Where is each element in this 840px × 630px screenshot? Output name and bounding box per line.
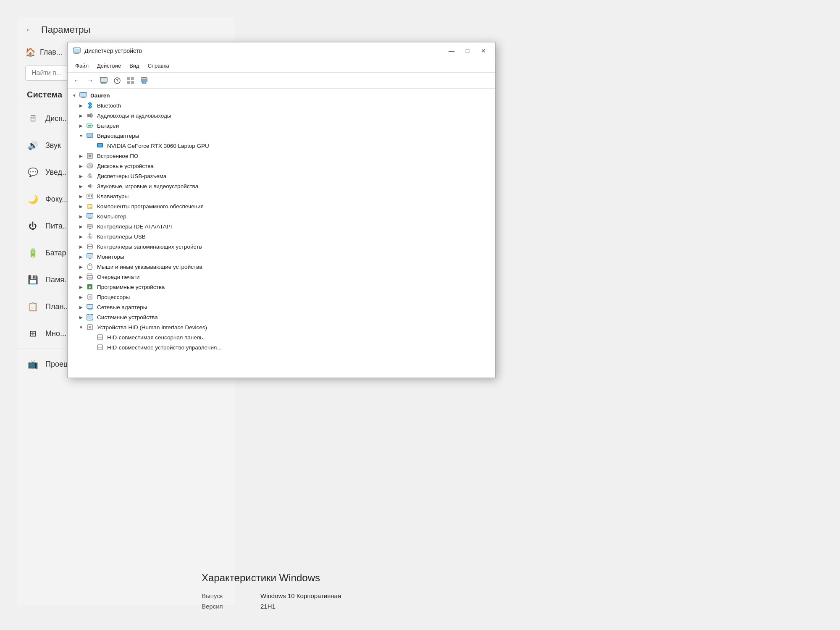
- sound-icon: 🔊: [27, 139, 39, 151]
- toolbar-btn-1[interactable]: [98, 75, 110, 86]
- devmgr-menubar: Файл Действие Вид Справка: [68, 59, 495, 73]
- ide-expander[interactable]: ▶: [78, 223, 84, 230]
- tree-ide[interactable]: ▶ Контроллеры IDE ATA/ATAPI: [68, 221, 495, 231]
- tree-prog[interactable]: ▶ P Программные устройства: [68, 282, 495, 292]
- minimize-button[interactable]: —: [445, 46, 458, 56]
- tree-system[interactable]: ▶ Системные устройства: [68, 312, 495, 322]
- cpu-expander[interactable]: ▶: [78, 294, 84, 300]
- network-expander[interactable]: ▶: [78, 304, 84, 310]
- sound-device-icon: [86, 182, 94, 190]
- power-icon: ⏻: [27, 220, 39, 232]
- devmgr-tree[interactable]: ▼ Dauren ▶ Bluetooth ▶: [68, 89, 495, 378]
- tree-usb-ctrl[interactable]: ▶ Диспетчеры USB-разъема: [68, 171, 495, 181]
- svg-text:?: ?: [116, 79, 118, 83]
- focus-icon: 🌙: [27, 193, 39, 205]
- close-button[interactable]: ✕: [477, 46, 490, 56]
- tree-software[interactable]: ▶ Компоненты программного обеспечения: [68, 201, 495, 211]
- tree-mouse[interactable]: ▶ Мыши и иные указывающие устройства: [68, 262, 495, 272]
- tree-sound[interactable]: ▶ Звуковые, игровые и видеоустройства: [68, 181, 495, 191]
- toolbar-back[interactable]: ←: [71, 75, 83, 86]
- tree-root-node[interactable]: ▼ Dauren: [68, 90, 495, 100]
- svg-rect-54: [87, 214, 93, 218]
- tree-video[interactable]: ▼ Видеоадаптеры: [68, 131, 495, 141]
- svg-point-39: [88, 176, 89, 177]
- root-expander[interactable]: ▼: [71, 92, 78, 99]
- hid-expander[interactable]: ▼: [78, 324, 84, 331]
- disk-label: Дисковые устройства: [97, 163, 154, 169]
- keyboard-expander[interactable]: ▶: [78, 193, 84, 200]
- hid-control-icon: [96, 344, 104, 351]
- tree-audio[interactable]: ▶ Аудиовходы и аудиовыходы: [68, 110, 495, 121]
- menu-help[interactable]: Справка: [144, 61, 173, 70]
- computer-expander[interactable]: ▶: [78, 213, 84, 220]
- video-expander[interactable]: ▼: [78, 132, 84, 139]
- tree-bluetooth[interactable]: ▶ Bluetooth: [68, 100, 495, 110]
- tree-firmware[interactable]: ▶ Встроенное ПО: [68, 151, 495, 161]
- usb-ctrl-expander[interactable]: ▶: [78, 173, 84, 179]
- svg-rect-56: [88, 218, 92, 219]
- monitor-expander[interactable]: ▶: [78, 253, 84, 260]
- prog-expander[interactable]: ▶: [78, 284, 84, 290]
- svg-point-60: [88, 236, 89, 238]
- svg-rect-2: [75, 52, 79, 53]
- maximize-button[interactable]: □: [461, 46, 474, 56]
- tree-cpu[interactable]: ▶ Процессоры: [68, 292, 495, 302]
- sound-expander[interactable]: ▶: [78, 183, 84, 189]
- tree-monitor[interactable]: ▶ Мониторы: [68, 252, 495, 262]
- battery-expander[interactable]: ▶: [78, 122, 84, 129]
- software-icon: [86, 202, 94, 210]
- tree-hid[interactable]: ▼ Устройства HID (Human Interface Device…: [68, 322, 495, 332]
- svg-rect-86: [87, 305, 93, 308]
- svg-rect-5: [100, 78, 107, 82]
- svg-rect-11: [131, 77, 134, 80]
- settings-back-button[interactable]: ←: [25, 24, 34, 35]
- audio-expander[interactable]: ▶: [78, 112, 84, 119]
- hid-icon: [86, 323, 94, 331]
- tree-usb[interactable]: ▶ Контроллеры USB: [68, 231, 495, 242]
- svg-rect-46: [88, 196, 89, 197]
- tree-hid-control[interactable]: ▶ HID-совместимое устройство управления.…: [68, 342, 495, 352]
- disk-expander[interactable]: ▶: [78, 163, 84, 169]
- cpu-label: Процессоры: [97, 294, 130, 300]
- network-label: Сетевые адаптеры: [97, 304, 147, 310]
- settings-titlebar: ← Параметры: [17, 17, 235, 43]
- nvidia-label: NVIDIA GeForce RTX 3060 Laptop GPU: [107, 143, 209, 149]
- tree-disk[interactable]: ▶ Дисковые устройства: [68, 161, 495, 171]
- usb-expander[interactable]: ▶: [78, 233, 84, 240]
- svg-rect-17: [144, 82, 146, 83]
- svg-rect-87: [89, 308, 91, 309]
- mouse-expander[interactable]: ▶: [78, 263, 84, 270]
- toolbar-btn-4[interactable]: [138, 75, 150, 86]
- svg-rect-3: [74, 53, 79, 54]
- menu-file[interactable]: Файл: [71, 61, 93, 70]
- display-icon: 🖥: [27, 113, 39, 124]
- menu-action[interactable]: Действие: [93, 61, 125, 70]
- tree-printer[interactable]: ▶ Очереди печати: [68, 272, 495, 282]
- printer-expander[interactable]: ▶: [78, 273, 84, 280]
- toolbar-forward[interactable]: →: [84, 75, 96, 86]
- firmware-expander[interactable]: ▶: [78, 152, 84, 159]
- toolbar-btn-3[interactable]: [125, 75, 136, 86]
- sidebar-notif-label: Увед...: [45, 168, 68, 177]
- tablet-icon: 📋: [27, 301, 39, 312]
- keyboard-device-icon: [86, 192, 94, 200]
- menu-view[interactable]: Вид: [125, 61, 144, 70]
- tree-hid-touchpad[interactable]: ▶ HID-совместимая сенсорная панель: [68, 332, 495, 342]
- tree-keyboard[interactable]: ▶ Клавиатуры: [68, 191, 495, 201]
- software-expander[interactable]: ▶: [78, 203, 84, 210]
- devmgr-title-label: Диспетчер устройств: [84, 47, 142, 54]
- tree-nvidia[interactable]: ▶ NVIDIA GeForce RTX 3060 Laptop GPU: [68, 141, 495, 151]
- printer-label: Очереди печати: [97, 274, 139, 280]
- svg-rect-32: [98, 144, 102, 147]
- tree-battery[interactable]: ▶ Батареи: [68, 121, 495, 131]
- char-val-edition: Windows 10 Корпоративная: [260, 592, 341, 599]
- tree-network[interactable]: ▶ Сетевые адаптеры: [68, 302, 495, 312]
- toolbar-btn-2[interactable]: ?: [111, 75, 123, 86]
- bluetooth-expander[interactable]: ▶: [78, 102, 84, 109]
- storage-expander[interactable]: ▶: [78, 243, 84, 250]
- svg-rect-26: [92, 125, 93, 126]
- system-expander[interactable]: ▶: [78, 314, 84, 320]
- tree-computer[interactable]: ▶ Компьютер: [68, 211, 495, 221]
- sidebar-power-label: Пита...: [45, 222, 69, 231]
- tree-storage[interactable]: ▶ Контроллеры запоминающих устройств: [68, 242, 495, 252]
